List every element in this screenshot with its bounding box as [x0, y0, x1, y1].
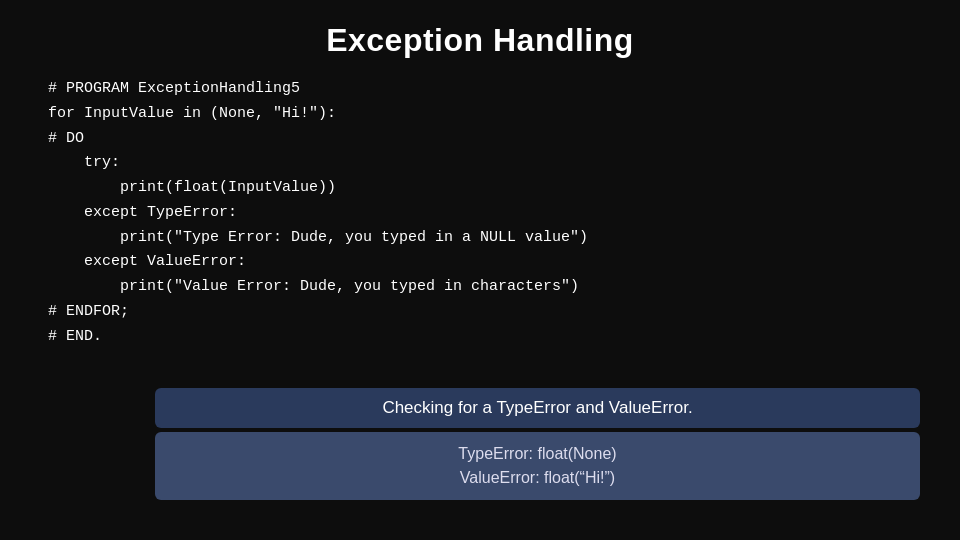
code-line-9: print("Value Error: Dude, you typed in c… — [48, 275, 930, 300]
code-line-8: except ValueError: — [48, 250, 930, 275]
tooltip-container: Checking for a TypeError and ValueError.… — [155, 388, 920, 500]
code-block: # PROGRAM ExceptionHandling5 for InputVa… — [0, 77, 960, 349]
code-line-7: print("Type Error: Dude, you typed in a … — [48, 226, 930, 251]
code-line-2: for InputValue in (None, "Hi!"): — [48, 102, 930, 127]
tooltip-secondary-line1: TypeError: float(None) — [175, 442, 900, 466]
code-line-6: except TypeError: — [48, 201, 930, 226]
tooltip-secondary-line2: ValueError: float(“Hi!”) — [175, 466, 900, 490]
code-line-3: # DO — [48, 127, 930, 152]
code-line-11: # END. — [48, 325, 930, 350]
code-line-10: # ENDFOR; — [48, 300, 930, 325]
tooltip-main: Checking for a TypeError and ValueError. — [155, 388, 920, 428]
page: Exception Handling # PROGRAM ExceptionHa… — [0, 0, 960, 540]
code-line-1: # PROGRAM ExceptionHandling5 — [48, 77, 930, 102]
code-line-5: print(float(InputValue)) — [48, 176, 930, 201]
page-title: Exception Handling — [0, 0, 960, 77]
tooltip-secondary: TypeError: float(None) ValueError: float… — [155, 432, 920, 500]
code-line-4: try: — [48, 151, 930, 176]
